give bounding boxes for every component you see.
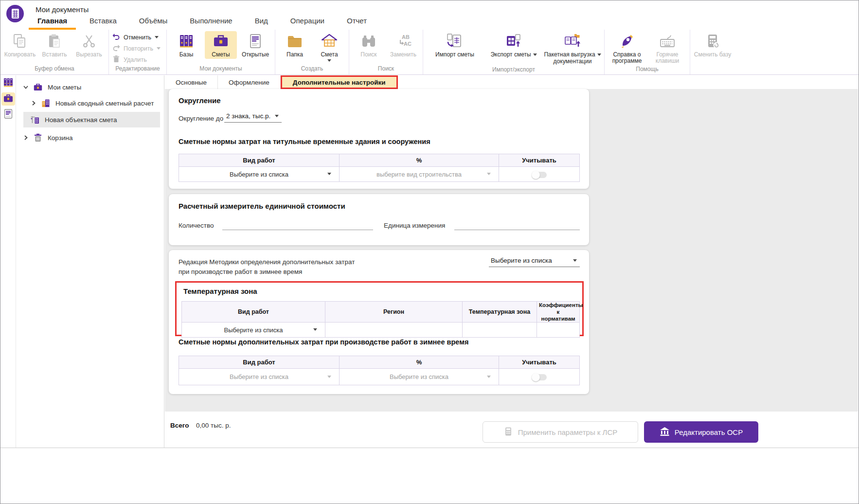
group-create: Папка Смета Создать [275, 30, 349, 74]
tree-label-trash: Корзина [48, 134, 72, 142]
undo-dropdown-icon[interactable] [155, 36, 159, 38]
percent-select-cell[interactable]: Выберите из списка [340, 369, 499, 385]
paste-label: Вставить [42, 52, 67, 58]
ribbon-tab-bar: Главная Вставка Объёмы Выполнение Вид Оп… [29, 14, 380, 30]
methodology-label-line1: Редакция Методики определения дополнител… [179, 258, 355, 266]
chevron-right-icon[interactable] [30, 100, 37, 106]
change-db-button[interactable]: Сменить базу [694, 31, 732, 59]
replace-label: Заменить [390, 52, 416, 58]
batch-export-icon [564, 33, 581, 50]
undo-button[interactable]: Отменить [112, 33, 163, 41]
work-type-select-cell[interactable]: Выберите из списка [182, 323, 325, 338]
tab-dopolnitelnye-nastroyki[interactable]: Дополнительные настройки [281, 75, 398, 89]
chevron-down-icon[interactable] [22, 84, 29, 90]
group-label-import-export: Импорт/экспорт [427, 66, 601, 75]
tab-operacii[interactable]: Операции [282, 14, 333, 30]
hotkeys-button[interactable]: Горячие клавиши [648, 31, 686, 65]
estimates-label: Сметы [212, 52, 230, 58]
paste-button[interactable]: Вставить [38, 31, 71, 59]
about-button[interactable]: Справка о программе [608, 31, 646, 65]
consider-toggle[interactable] [532, 172, 547, 178]
tree-item-my-estimates[interactable]: Мои сметы [16, 80, 164, 94]
table-row: Выберите из списка выберите вид строител… [179, 167, 580, 182]
svg-text:AC: AC [404, 41, 412, 47]
copy-button[interactable]: Копировать [4, 31, 36, 59]
app-window: Мои документы Главная Вставка Объёмы Вып… [0, 0, 859, 504]
folder-icon [286, 33, 304, 50]
tab-oformlenie[interactable]: Оформление [218, 75, 281, 89]
apply-to-lsr-button[interactable]: Применить параметры к ЛСР [483, 421, 638, 443]
construction-type-select-cell[interactable]: выберите вид строительства [340, 167, 499, 182]
construction-type-caret-icon [487, 173, 491, 175]
batch-export-dropdown-icon[interactable] [597, 54, 601, 56]
estimates-button[interactable]: Сметы [205, 31, 237, 59]
tree-item-object-estimate[interactable]: Новая объектная смета [23, 112, 160, 127]
tab-osnovnye[interactable]: Основные [165, 75, 218, 89]
export-estimate-label: Экспорт сметы [490, 52, 531, 58]
unit-input[interactable] [454, 219, 580, 230]
tree-item-summary-calc[interactable]: Новый сводный сметный расчет [16, 96, 164, 110]
tree-label-my-estimates: Мои сметы [48, 84, 81, 91]
bases-button[interactable]: Базы [170, 31, 202, 59]
methodology-select-value: Выберите из списка [491, 257, 552, 264]
work-type-select-cell[interactable]: Выберите из списка [179, 369, 340, 385]
region-cell[interactable] [325, 323, 463, 338]
redo-button[interactable]: Повторить [112, 44, 163, 53]
unit-label: Единица измерения [384, 222, 445, 229]
calculator-icon [503, 427, 513, 438]
group-editing: Отменить Повторить [108, 30, 166, 74]
opened-docs-icon [247, 33, 264, 50]
building-icon [41, 98, 51, 108]
strip-estimates-button[interactable] [1, 92, 15, 106]
create-folder-button[interactable]: Папка [279, 31, 311, 59]
create-estimate-dropdown-icon[interactable] [327, 59, 331, 62]
winter-norms-table: Вид работ % Учитывать Выберите из списка… [179, 356, 580, 385]
tab-obyomy[interactable]: Объёмы [130, 14, 177, 30]
rounding-select[interactable]: 2 знака, тыс.р. [224, 112, 282, 123]
rounding-select-value: 2 знака, тыс.р. [226, 112, 270, 120]
chevron-right-icon[interactable] [22, 135, 29, 141]
consider-toggle[interactable] [532, 374, 547, 380]
edit-osr-button[interactable]: Редактировать ОСР [644, 421, 758, 443]
tab-vstavka[interactable]: Вставка [81, 14, 125, 30]
replace-button[interactable]: AB AC Заменить [387, 31, 419, 59]
rounding-select-caret-icon [275, 115, 279, 117]
opened-button[interactable]: Открытые [239, 31, 271, 59]
strip-bases-button[interactable] [1, 77, 15, 90]
quantity-input[interactable] [222, 219, 373, 230]
undo-label: Отменить [124, 34, 151, 41]
edit-osr-label: Редактировать ОСР [675, 428, 743, 436]
create-estimate-label: Смета [321, 52, 338, 58]
work-type-caret-icon [313, 328, 317, 331]
table-row: Выберите из списка Выберите из списка [179, 369, 580, 385]
table-row: Выберите из списка [182, 323, 580, 338]
copy-label: Копировать [4, 52, 36, 58]
column-header-work-type: Вид работ [182, 302, 325, 323]
group-label-help: Помощь [608, 65, 686, 74]
total-label: Всего [170, 422, 189, 429]
group-label-clipboard: Буфер обмена [4, 65, 105, 74]
strip-opened-button[interactable] [1, 108, 15, 121]
search-button[interactable]: Поиск [353, 31, 385, 59]
export-dropdown-icon[interactable] [533, 54, 537, 56]
import-estimate-button[interactable]: Импорт сметы [427, 31, 483, 59]
export-estimate-button[interactable]: Экспорт сметы [485, 31, 542, 59]
work-type-select-value: Выберите из списка [230, 171, 288, 178]
tree-item-trash[interactable]: Корзина [16, 130, 164, 145]
redo-dropdown-icon[interactable] [157, 47, 161, 50]
tab-glavnaya[interactable]: Главная [29, 14, 76, 30]
tab-vid[interactable]: Вид [246, 14, 277, 30]
opened-docs-small-icon [3, 108, 14, 121]
coefficients-cell[interactable] [537, 323, 580, 338]
temp-zone-table: Вид работ Регион Температурная зона Коэф… [181, 301, 580, 338]
trash-icon [112, 55, 120, 64]
temp-zone-cell[interactable] [463, 323, 537, 338]
delete-button[interactable]: Удалить [112, 55, 163, 64]
create-estimate-button[interactable]: Смета [313, 31, 345, 63]
batch-export-button[interactable]: Пакетная выгрузка документации [544, 31, 601, 66]
cut-button[interactable]: Вырезать [73, 31, 105, 59]
tab-otchet[interactable]: Отчет [338, 14, 376, 30]
methodology-select[interactable]: Выберите из списка [489, 257, 580, 267]
tab-vypolnenie[interactable]: Выполнение [181, 14, 241, 30]
work-type-select-cell[interactable]: Выберите из списка [179, 167, 340, 182]
